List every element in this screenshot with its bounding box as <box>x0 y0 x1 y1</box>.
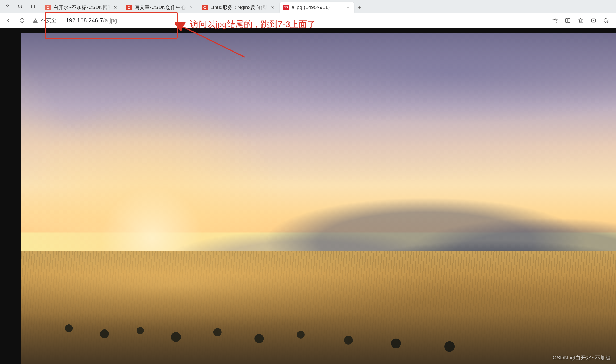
page-viewport: CSDN @白开水~不加糖 <box>0 28 616 364</box>
favicon-icon: JD <box>283 5 289 10</box>
tab-strip: C 白开水~不加糖-CSDN博客 C 写文章-CSDN创作中心 C Linux服… <box>0 0 616 13</box>
svg-rect-2 <box>566 18 568 22</box>
svg-point-0 <box>7 5 9 6</box>
tab-csdn-blog[interactable]: C 白开水~不加糖-CSDN博客 <box>42 2 121 13</box>
tab-csdn-nginx[interactable]: C Linux服务：Nginx反向代理与负 <box>199 2 278 13</box>
new-tab-button[interactable] <box>354 2 365 13</box>
security-chip[interactable]: 不安全 <box>30 15 63 26</box>
toolbar-right <box>549 15 614 26</box>
svg-rect-3 <box>568 18 570 22</box>
window-controls <box>0 0 40 13</box>
address-bar[interactable]: 192.168.246.7/a.jpg <box>65 15 547 26</box>
favorites-menu-button[interactable] <box>575 15 587 26</box>
separator <box>279 3 279 10</box>
tab-actions-icon[interactable] <box>27 1 39 12</box>
refresh-button[interactable] <box>16 15 28 26</box>
collections-button[interactable] <box>587 15 600 26</box>
tab-csdn-write[interactable]: C 写文章-CSDN创作中心 <box>123 2 197 13</box>
close-icon[interactable] <box>113 5 118 10</box>
tab-title: a.jpg (1495×911) <box>291 5 343 10</box>
svg-rect-1 <box>31 5 35 8</box>
security-label: 不安全 <box>40 17 56 24</box>
profile-icon[interactable] <box>2 1 13 12</box>
separator <box>59 17 59 24</box>
url-host: 192.168.246.7 <box>66 17 103 24</box>
favicon-icon: C <box>202 5 208 10</box>
favorite-button[interactable] <box>549 15 561 26</box>
tab-ajpg[interactable]: JD a.jpg (1495×911) <box>280 2 354 13</box>
tab-title: Linux服务：Nginx反向代理与负 <box>210 4 267 11</box>
extensions-button[interactable] <box>600 15 612 26</box>
separator <box>41 3 41 10</box>
not-secure-icon <box>32 18 38 23</box>
tab-title: 写文章-CSDN创作中心 <box>135 4 186 11</box>
favicon-icon: C <box>45 5 51 10</box>
displayed-image[interactable] <box>21 33 616 364</box>
workspaces-icon[interactable] <box>14 1 26 12</box>
close-icon[interactable] <box>345 5 351 10</box>
url-path: /a.jpg <box>103 17 118 24</box>
back-button[interactable] <box>2 15 14 26</box>
favicon-icon: C <box>126 5 132 10</box>
tab-title: 白开水~不加糖-CSDN博客 <box>53 4 110 11</box>
close-icon[interactable] <box>270 5 275 10</box>
split-screen-button[interactable] <box>562 15 574 26</box>
separator <box>198 3 198 10</box>
watermark-text: CSDN @白开水~不加糖 <box>552 354 611 361</box>
toolbar: 不安全 192.168.246.7/a.jpg <box>0 13 616 28</box>
close-icon[interactable] <box>188 5 194 10</box>
separator <box>122 3 122 10</box>
